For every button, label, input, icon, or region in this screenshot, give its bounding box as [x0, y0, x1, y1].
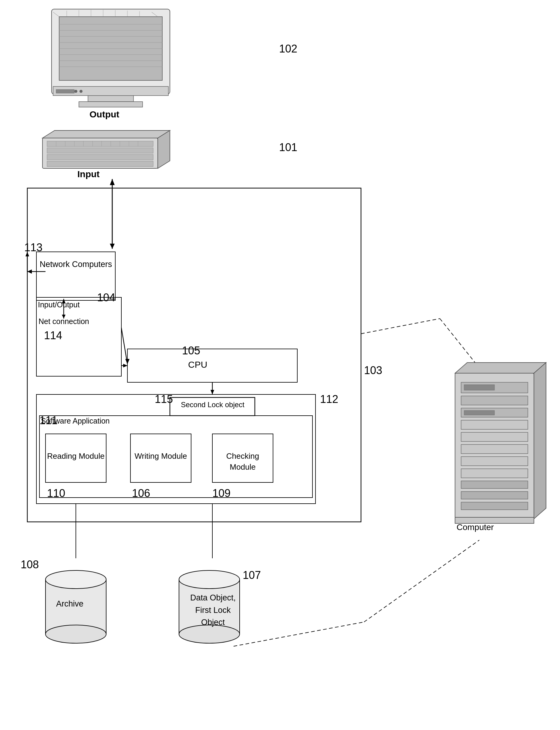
svg-marker-40	[42, 130, 170, 138]
ref-109: 109	[212, 487, 231, 500]
svg-rect-78	[461, 396, 528, 405]
svg-rect-83	[461, 444, 528, 454]
network-computers-label: Network Computers	[37, 259, 115, 270]
svg-line-24	[152, 12, 158, 17]
ref-112: 112	[320, 393, 338, 406]
svg-rect-76	[461, 382, 528, 393]
svg-rect-46	[36, 394, 315, 504]
second-lock-object-label: Second Lock object	[170, 400, 255, 409]
diagram-svg	[0, 0, 560, 730]
svg-rect-81	[461, 420, 528, 429]
ref-114: 114	[44, 329, 62, 342]
data-object-label: Data Object, First Lock Object	[180, 592, 246, 629]
svg-rect-13	[56, 90, 74, 93]
svg-rect-10	[88, 94, 133, 102]
svg-rect-77	[464, 385, 494, 390]
svg-rect-0	[52, 9, 170, 94]
svg-marker-89	[455, 363, 546, 373]
ref-107: 107	[243, 569, 261, 582]
svg-rect-75	[455, 373, 534, 519]
ref-108: 108	[21, 558, 39, 571]
writing-module-label: Writing Module	[131, 451, 191, 461]
svg-marker-90	[534, 363, 546, 519]
svg-rect-1	[59, 17, 162, 80]
ref-102: 102	[279, 42, 297, 55]
svg-rect-29	[47, 161, 153, 167]
svg-rect-28	[47, 154, 153, 160]
cpu-label: CPU	[188, 360, 207, 370]
input-output-label: Input/Output	[38, 300, 91, 309]
svg-point-15	[79, 90, 83, 93]
svg-rect-87	[461, 492, 528, 499]
svg-rect-80	[464, 411, 494, 415]
software-application-label: Software Application	[41, 417, 110, 425]
diagram-container: 102 101 113 104 114 105 103 115 112 111 …	[0, 0, 560, 730]
svg-rect-88	[461, 502, 528, 510]
ref-113: 113	[24, 241, 42, 254]
svg-rect-79	[461, 408, 528, 417]
svg-line-16	[53, 12, 59, 17]
archive-label: Archive	[56, 599, 83, 609]
svg-line-68	[364, 540, 479, 622]
svg-marker-41	[158, 130, 170, 168]
svg-point-94	[46, 625, 106, 643]
svg-marker-64	[110, 244, 115, 249]
svg-marker-72	[211, 390, 214, 394]
svg-rect-26	[47, 141, 153, 147]
svg-marker-59	[27, 269, 32, 274]
svg-point-14	[74, 90, 77, 93]
svg-marker-63	[110, 179, 115, 185]
computer-label: Computer	[457, 522, 494, 532]
ref-105: 105	[182, 344, 200, 357]
svg-rect-45	[127, 349, 297, 382]
svg-point-93	[46, 570, 106, 589]
reading-module-label: Reading Module	[46, 451, 106, 461]
svg-line-66	[440, 319, 501, 394]
ref-101: 101	[279, 141, 297, 154]
svg-line-65	[361, 319, 440, 334]
svg-marker-53	[125, 359, 130, 364]
ref-103: 103	[364, 364, 382, 377]
output-label: Output	[89, 109, 119, 120]
svg-rect-27	[47, 148, 153, 153]
net-connection-label: Net connection	[39, 317, 108, 326]
svg-marker-74	[123, 364, 127, 367]
input-label: Input	[77, 169, 100, 179]
checking-module-label: Checking Module	[213, 451, 272, 473]
svg-rect-25	[42, 138, 158, 168]
svg-rect-86	[461, 481, 528, 488]
svg-point-96	[179, 570, 240, 589]
ref-110: 110	[47, 487, 65, 500]
svg-rect-11	[79, 102, 143, 107]
svg-line-52	[121, 328, 127, 364]
svg-rect-85	[461, 469, 528, 478]
svg-line-67	[234, 622, 364, 646]
ref-104: 104	[97, 291, 115, 304]
svg-rect-82	[461, 432, 528, 441]
ref-106: 106	[132, 487, 150, 500]
svg-rect-84	[461, 457, 528, 466]
svg-rect-12	[53, 86, 168, 96]
